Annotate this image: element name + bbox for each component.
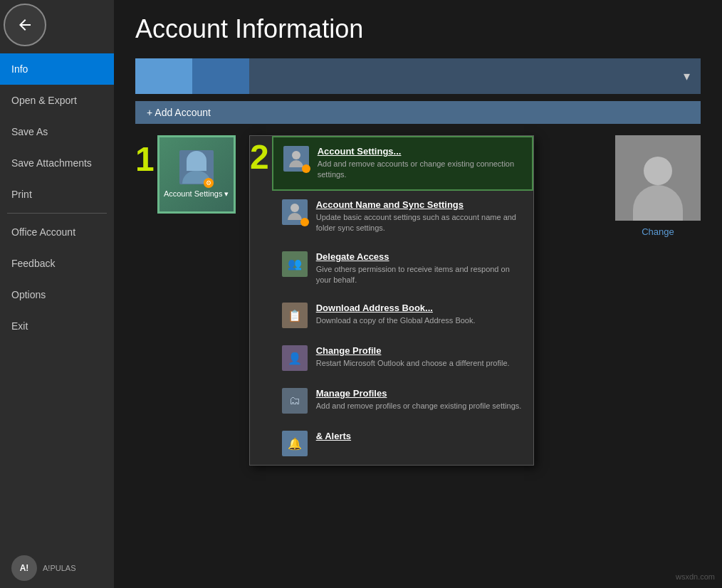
gear-badge: ⚙ (204, 178, 214, 188)
dropdown-item-desc-4: Download a copy of the Global Address Bo… (316, 315, 523, 326)
dropdown-item-title-2: Account Name and Sync Settings (316, 199, 523, 210)
sidebar-item-save-attachments[interactable]: Save Attachments (0, 147, 114, 179)
dropdown-item-title-4: Download Address Book... (316, 303, 523, 313)
person-head-sm (292, 151, 300, 159)
avatar-body (633, 185, 683, 221)
step1-number: 1 (135, 142, 155, 177)
dropdown-item-title-6: Manage Profiles (316, 388, 523, 399)
main-section: 1 ⚙ Account Settings ▾ 2 (135, 135, 701, 330)
dropdown-icon-change-profile: 👤 (282, 345, 308, 371)
account-settings-button-icon: ⚙ (179, 150, 214, 184)
dropdown-item-title-1: Account Settings... (318, 146, 522, 157)
step2-number: 2 (250, 140, 269, 174)
account-squares (135, 58, 249, 94)
dropdown-item-text-2: Account Name and Sync Settings Update ba… (316, 199, 523, 234)
watermark: wsxdn.com (676, 572, 715, 581)
sidebar-item-feedback[interactable]: Feedback (0, 248, 114, 279)
account-settings-button-label: Account Settings ▾ (164, 189, 229, 199)
sidebar-item-open-export[interactable]: Open & Export (0, 85, 114, 116)
sidebar-item-print[interactable]: Print (0, 179, 114, 210)
person-body-sm2 (288, 213, 302, 220)
step1-container: 1 ⚙ Account Settings ▾ (135, 135, 236, 330)
sidebar-item-office-account[interactable]: Office Account (0, 216, 114, 248)
dropdown-item-change-profile[interactable]: 👤 Change Profile Restart Microsoft Outlo… (272, 337, 533, 379)
dropdown-item-title-3: Delegate Access (316, 251, 523, 262)
sidebar-item-save-as[interactable]: Save As (0, 116, 114, 147)
sidebar: Info Open & Export Save As Save Attachme… (0, 0, 114, 588)
avatar-box (615, 135, 701, 221)
dropdown-item-manage-profiles[interactable]: 🗂 Manage Profiles Add and remove profile… (272, 379, 533, 422)
dropdown-item-address-book[interactable]: 📋 Download Address Book... Download a co… (272, 294, 533, 337)
dropdown-item-desc-6: Add and remove profiles or change existi… (316, 401, 523, 411)
alerts-icon: 🔔 (288, 437, 302, 451)
avatar-section: Change (615, 135, 701, 237)
dropdown-item-text-4: Download Address Book... Download a copy… (316, 303, 523, 326)
logo-text: A!PULAS (43, 564, 75, 572)
person-body-sm (289, 160, 303, 167)
gear-badge-sm2 (300, 218, 309, 226)
dropdown-item-title-7: & Alerts (316, 431, 523, 441)
dropdown-item-title-5: Change Profile (316, 345, 523, 356)
step2-container: 2 Account Settings... (250, 136, 533, 465)
account-square-2 (192, 58, 249, 94)
dropdown-icon-name-sync (282, 199, 308, 225)
dropdown-item-desc-1: Add and remove accounts or change existi… (318, 159, 522, 181)
dropdown-icon-delegate: 👥 (282, 251, 308, 277)
dropdown-item-desc-3: Give others permission to receive items … (316, 264, 523, 286)
account-settings-dropdown: 2 Account Settings... (249, 135, 534, 466)
app-logo: A! (11, 555, 37, 581)
dropdown-item-text-6: Manage Profiles Add and remove profiles … (316, 388, 523, 411)
dropdown-icon-address-book: 📋 (282, 303, 308, 328)
dropdown-item-account-settings[interactable]: Account Settings... Add and remove accou… (272, 136, 533, 191)
dropdown-item-delegate[interactable]: 👥 Delegate Access Give others permission… (272, 243, 533, 295)
account-selector[interactable]: ▾ (135, 58, 701, 94)
profile-icon: 👤 (288, 352, 302, 365)
dropdown-item-text-7: & Alerts (316, 431, 523, 443)
address-book-icon: 📋 (288, 309, 302, 322)
back-button[interactable] (4, 4, 46, 46)
dropdown-item-desc-2: Update basic account settings such as ac… (316, 212, 523, 234)
sidebar-divider (7, 213, 107, 214)
account-email (249, 58, 672, 94)
dropdown-item-alerts[interactable]: 🔔 & Alerts (272, 422, 533, 465)
dropdown-icon-alerts: 🔔 (282, 431, 308, 456)
change-avatar-link[interactable]: Change (642, 226, 674, 237)
sidebar-bottom: A! A!PULAS (0, 548, 114, 588)
main-content: Account Information ▾ + Add Account 1 (114, 0, 722, 588)
dropdown-icon-manage-profiles: 🗂 (282, 388, 308, 414)
account-square-1 (135, 58, 192, 94)
page-title: Account Information (135, 14, 701, 44)
account-dropdown-arrow[interactable]: ▾ (672, 58, 701, 94)
person-head (187, 151, 206, 171)
add-account-button[interactable]: + Add Account (135, 101, 701, 124)
sidebar-item-options[interactable]: Options (0, 279, 114, 310)
dropdown-items-wrapper: Account Settings... Add and remove accou… (272, 136, 533, 465)
dropdown-item-text-3: Delegate Access Give others permission t… (316, 251, 523, 286)
sidebar-item-exit[interactable]: Exit (0, 310, 114, 342)
account-settings-button[interactable]: ⚙ Account Settings ▾ (157, 135, 236, 214)
sidebar-item-info[interactable]: Info (0, 53, 114, 85)
dropdown-item-text-1: Account Settings... Add and remove accou… (318, 146, 522, 181)
person-head-sm2 (291, 204, 299, 212)
sidebar-nav: Info Open & Export Save As Save Attachme… (0, 53, 114, 342)
avatar-head (644, 157, 672, 185)
manage-profiles-icon: 🗂 (289, 394, 300, 407)
dropdown-item-name-sync[interactable]: Account Name and Sync Settings Update ba… (272, 191, 533, 243)
avatar-person (633, 157, 683, 221)
delegate-people-icon: 👥 (288, 257, 302, 271)
dropdown-item-desc-5: Restart Microsoft Outlook and choose a d… (316, 358, 523, 369)
dropdown-item-text-5: Change Profile Restart Microsoft Outlook… (316, 345, 523, 369)
gear-badge-sm (302, 164, 310, 173)
dropdown-icon-account-settings (283, 146, 309, 172)
